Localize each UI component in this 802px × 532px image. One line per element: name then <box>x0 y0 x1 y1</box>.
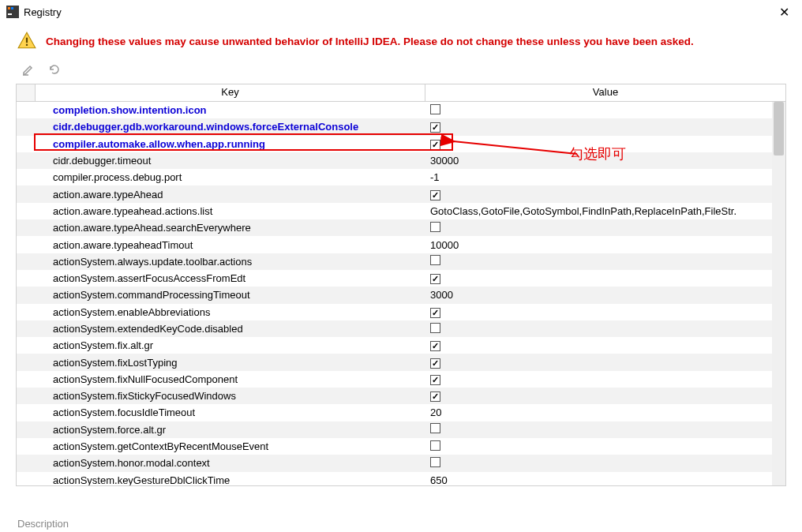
checkbox[interactable] <box>430 358 440 369</box>
cell-key[interactable]: actionSystem.fixLostTyping <box>36 357 425 369</box>
cell-value[interactable] <box>425 339 785 351</box>
cell-value[interactable]: -1 <box>425 171 785 183</box>
checkbox[interactable] <box>430 255 440 265</box>
cell-key[interactable]: actionSystem.keyGestureDblClickTime <box>36 474 425 485</box>
checkbox[interactable] <box>430 104 440 114</box>
table-row[interactable]: cidr.debugger.timeout30000 <box>17 152 785 169</box>
cell-value[interactable] <box>425 457 785 470</box>
scrollbar-thumb[interactable] <box>774 102 784 155</box>
checkbox[interactable] <box>430 323 440 333</box>
cell-value[interactable] <box>425 440 785 453</box>
checkbox[interactable] <box>430 375 440 385</box>
toolbar <box>0 58 802 84</box>
cell-value[interactable]: GotoClass,GotoFile,GotoSymbol,FindInPath… <box>425 205 785 217</box>
cell-key[interactable]: actionSystem.fixStickyFocusedWindows <box>36 390 425 402</box>
svg-rect-3 <box>11 7 13 9</box>
header-key[interactable]: Key <box>36 84 425 101</box>
checkbox[interactable] <box>430 423 440 433</box>
cell-key[interactable]: cidr.debugger.gdb.workaround.windows.for… <box>36 121 425 133</box>
cell-value[interactable] <box>425 222 785 234</box>
cell-key[interactable]: actionSystem.commandProcessingTimeout <box>36 289 425 301</box>
table-row[interactable]: actionSystem.fixNullFocusedComponent <box>17 371 785 388</box>
cell-key[interactable]: action.aware.typeAhead <box>36 189 425 200</box>
header-value[interactable]: Value <box>425 84 785 101</box>
close-icon[interactable]: ✕ <box>773 5 796 20</box>
cell-key[interactable]: completion.show.intention.icon <box>36 104 425 116</box>
svg-rect-2 <box>8 7 10 9</box>
checkbox[interactable] <box>430 308 440 318</box>
revert-button[interactable] <box>46 62 62 77</box>
table-row[interactable]: actionSystem.honor.modal.context <box>17 455 785 471</box>
header-handle <box>17 84 36 101</box>
cell-value[interactable]: 10000 <box>425 239 785 251</box>
cell-value[interactable]: 650 <box>425 474 785 485</box>
cell-key[interactable]: actionSystem.force.alt.gr <box>36 424 425 436</box>
table-row[interactable]: actionSystem.focusIdleTimeout20 <box>17 404 785 421</box>
table-row[interactable]: actionSystem.keyGestureDblClickTime650 <box>17 472 785 485</box>
table-row[interactable]: actionSystem.enableAbbreviations <box>17 304 785 320</box>
cell-value[interactable] <box>425 272 785 284</box>
table-row[interactable]: actionSystem.force.alt.gr <box>17 421 785 438</box>
checkbox[interactable] <box>430 140 440 150</box>
cell-value[interactable] <box>425 255 785 268</box>
cell-key[interactable]: actionSystem.fixNullFocusedComponent <box>36 373 425 385</box>
cell-value[interactable] <box>425 423 785 436</box>
cell-value[interactable] <box>425 189 785 200</box>
cell-key[interactable]: compiler.process.debug.port <box>36 171 425 183</box>
svg-rect-5 <box>26 44 28 46</box>
table-row[interactable]: actionSystem.fix.alt.gr <box>17 337 785 354</box>
table-row[interactable]: completion.show.intention.icon <box>17 102 785 118</box>
svg-rect-4 <box>26 38 28 43</box>
table-row[interactable]: cidr.debugger.gdb.workaround.windows.for… <box>17 118 785 135</box>
cell-value[interactable] <box>425 357 785 369</box>
cell-value[interactable] <box>425 104 785 117</box>
cell-value[interactable] <box>425 306 785 318</box>
table-row[interactable]: actionSystem.extendedKeyCode.disabled <box>17 320 785 337</box>
cell-value[interactable]: 20 <box>425 406 785 418</box>
table-row[interactable]: actionSystem.commandProcessingTimeout300… <box>17 287 785 303</box>
cell-value[interactable] <box>425 121 785 133</box>
cell-value[interactable] <box>425 323 785 335</box>
checkbox[interactable] <box>430 274 440 284</box>
cell-key[interactable]: actionSystem.getContextByRecentMouseEven… <box>36 440 425 452</box>
checkbox[interactable] <box>430 392 440 402</box>
table-row[interactable]: compiler.automake.allow.when.app.running <box>17 136 785 152</box>
table-row[interactable]: compiler.process.debug.port-1 <box>17 169 785 185</box>
table-row[interactable]: action.aware.typeAhead <box>17 185 785 202</box>
checkbox[interactable] <box>430 457 440 467</box>
checkbox[interactable] <box>430 190 440 200</box>
table-row[interactable]: actionSystem.always.update.toolbar.actio… <box>17 253 785 270</box>
cell-key[interactable]: action.aware.typeaheadTimout <box>36 239 425 251</box>
cell-key[interactable]: actionSystem.assertFocusAccessFromEdt <box>36 272 425 284</box>
description-label: Description <box>17 518 69 530</box>
cell-value[interactable] <box>425 390 785 402</box>
edit-button[interactable] <box>21 62 36 77</box>
table-header: Key Value <box>17 84 785 102</box>
cell-key[interactable]: action.aware.typeahead.actions.list <box>36 205 425 217</box>
table-row[interactable]: action.aware.typeaheadTimout10000 <box>17 236 785 253</box>
checkbox[interactable] <box>430 440 440 451</box>
table-body: completion.show.intention.iconcidr.debug… <box>17 102 785 485</box>
cell-key[interactable]: actionSystem.enableAbbreviations <box>36 306 425 318</box>
cell-key[interactable]: actionSystem.honor.modal.context <box>36 457 425 469</box>
cell-key[interactable]: cidr.debugger.timeout <box>36 155 425 167</box>
cell-key[interactable]: actionSystem.extendedKeyCode.disabled <box>36 323 425 335</box>
checkbox[interactable] <box>430 222 440 232</box>
cell-key[interactable]: compiler.automake.allow.when.app.running <box>36 138 425 150</box>
table-row[interactable]: actionSystem.getContextByRecentMouseEven… <box>17 438 785 455</box>
cell-key[interactable]: actionSystem.always.update.toolbar.actio… <box>36 256 425 268</box>
table-row[interactable]: actionSystem.fixStickyFocusedWindows <box>17 388 785 404</box>
annotation-text: 勾选即可 <box>569 144 626 163</box>
cell-value[interactable]: 3000 <box>425 289 785 301</box>
cell-value[interactable] <box>425 373 785 385</box>
table-row[interactable]: actionSystem.assertFocusAccessFromEdt <box>17 270 785 287</box>
checkbox[interactable] <box>430 341 440 351</box>
scrollbar[interactable] <box>772 102 785 485</box>
table-row[interactable]: action.aware.typeahead.actions.listGotoC… <box>17 203 785 219</box>
table-row[interactable]: actionSystem.fixLostTyping <box>17 354 785 370</box>
checkbox[interactable] <box>430 122 440 133</box>
cell-key[interactable]: actionSystem.focusIdleTimeout <box>36 406 425 418</box>
cell-key[interactable]: actionSystem.fix.alt.gr <box>36 339 425 351</box>
table-row[interactable]: action.aware.typeAhead.searchEverywhere <box>17 219 785 236</box>
cell-key[interactable]: action.aware.typeAhead.searchEverywhere <box>36 222 425 234</box>
